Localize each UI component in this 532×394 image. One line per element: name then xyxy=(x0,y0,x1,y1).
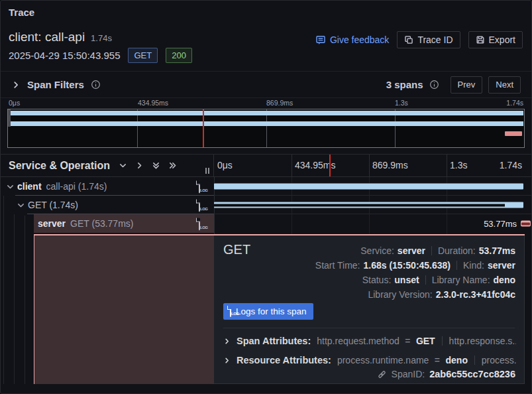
minimap-tick-labels: 0μs 434.95ms 869.9ms 1.3s 1.74s xyxy=(1,99,531,108)
resource-attributes-row[interactable]: Resource Attributes: process.runtime.nam… xyxy=(223,354,516,367)
span-row-client[interactable]: client call-api (1.74s) LOG xyxy=(1,177,531,196)
detail-span-title: GET xyxy=(223,242,250,257)
resource-attributes-label: Resource Attributes: xyxy=(237,355,331,365)
span-bar-client[interactable] xyxy=(214,184,523,190)
span-count: 3 spans xyxy=(386,79,423,90)
timeline-tick-label: 1.3s xyxy=(450,160,467,170)
chevron-right-icon xyxy=(11,80,21,90)
span-navigation: 3 spans Prev Next xyxy=(386,76,521,94)
span-id-row[interactable]: SpanID: 2ab6c55cc7cc8236 xyxy=(377,369,515,379)
chevron-down-icon[interactable] xyxy=(17,201,25,210)
service-label: Service: xyxy=(360,245,394,256)
trace-duration: 1.74s xyxy=(91,33,112,43)
panel-title: Trace xyxy=(9,7,34,18)
timeline-grid-header: Service & Operation 0μs 434.95ms xyxy=(1,154,531,177)
span-id-value: 2ab6c55cc7cc8236 xyxy=(429,369,515,379)
trace-name: client: call-api xyxy=(9,30,85,44)
library-version-value: 2.3.0-rc.3+41fc04c xyxy=(436,289,515,300)
chevron-down-icon[interactable] xyxy=(119,161,127,170)
span-rows: client call-api (1.74s) LOG GET (1.74s) xyxy=(1,177,531,234)
chevron-right-icon xyxy=(223,338,231,345)
span-row-get[interactable]: GET (1.74s) LOG xyxy=(1,196,531,214)
timeline-tick-line xyxy=(447,155,447,176)
double-chevron-down-icon[interactable] xyxy=(152,161,160,170)
status-code-badge: 200 xyxy=(166,48,192,63)
minimap-tick: 1.3s xyxy=(395,99,408,107)
save-icon xyxy=(476,35,485,44)
duration-label: Duration: xyxy=(438,245,476,256)
chevron-down-icon[interactable] xyxy=(6,182,15,191)
link-icon xyxy=(377,369,387,379)
library-name-value: deno xyxy=(494,275,515,285)
export-button[interactable]: Export xyxy=(468,31,523,48)
span-bar-get[interactable] xyxy=(214,202,523,208)
trace-title: client: call-api 1.74s xyxy=(9,30,112,44)
info-icon[interactable] xyxy=(429,80,439,90)
timeline-tick-line xyxy=(369,155,370,176)
trace-timestamp-row: 2025-04-29 15:50:43.955 GET 200 xyxy=(9,48,192,63)
double-chevron-right-icon[interactable] xyxy=(168,161,177,170)
attribute-value: GET xyxy=(416,336,435,346)
span-filters-title: Span Filters xyxy=(27,79,84,90)
attribute-truncated: process.... xyxy=(482,355,516,365)
logs-icon[interactable]: LOG xyxy=(199,219,211,229)
chevron-right-icon xyxy=(223,357,231,364)
span-operation: GET (1.74s) xyxy=(28,200,78,210)
trace-panel: Trace client: call-api 1.74s Give feedba… xyxy=(0,0,532,394)
divider xyxy=(223,328,515,328)
timeline-tick-label: 1.74s xyxy=(500,160,522,170)
library-name-label: Library Name: xyxy=(432,275,490,285)
copy-icon xyxy=(404,35,413,44)
service-value: server xyxy=(398,245,425,256)
tree-indent-guide xyxy=(25,216,25,384)
comment-icon xyxy=(315,34,326,45)
trace-id-button[interactable]: Trace ID xyxy=(397,31,460,48)
tree-indent-guide xyxy=(14,214,15,384)
span-attributes-row[interactable]: Span Attributes: http.request.method = G… xyxy=(223,334,516,348)
span-id-label: SpanID: xyxy=(392,369,425,379)
duration-value: 53.77ms xyxy=(479,245,515,256)
span-filters-toggle[interactable]: Span Filters xyxy=(11,79,101,90)
timeline-minimap[interactable] xyxy=(7,109,525,148)
span-detail-panel: GET Service: server Duration: 53.77ms St… xyxy=(214,235,525,384)
span-row-server[interactable]: server GET (53.77ms) LOG 53.77ms xyxy=(1,214,531,233)
attribute-truncated: http.response.s... xyxy=(449,336,516,346)
next-span-button[interactable]: Next xyxy=(488,76,521,94)
minimap-time-cursor xyxy=(203,109,204,147)
start-time-label: Start Time: xyxy=(315,260,360,271)
logs-for-span-button[interactable]: LOG Logs for this span xyxy=(223,303,313,320)
time-cursor xyxy=(329,155,331,176)
column-resize-handle[interactable] xyxy=(205,168,209,174)
trace-timestamp: 2025-04-29 15:50:43.955 xyxy=(9,50,120,61)
status-label: Status: xyxy=(362,275,392,285)
kind-value: server xyxy=(488,260,515,271)
span-attributes-label: Span Attributes: xyxy=(237,336,311,346)
minimap-drag-handle[interactable] xyxy=(8,109,11,127)
attribute-name: process.runtime.name xyxy=(337,355,429,365)
minimap-tick: 1.74s xyxy=(506,99,523,107)
span-bar-server[interactable] xyxy=(521,221,531,227)
minimap-tick: 869.9ms xyxy=(266,99,293,107)
span-operation: GET (53.77ms) xyxy=(70,218,133,229)
span-operation: call-api (1.74s) xyxy=(46,181,107,192)
timeline-tick-label: 869.9ms xyxy=(372,160,408,170)
timeline-tick-label: 0μs xyxy=(217,160,233,170)
minimap-span-bar-server xyxy=(505,131,522,136)
info-icon[interactable] xyxy=(91,80,101,90)
span-bar-children-stripe xyxy=(214,204,505,206)
span-service-name: server xyxy=(38,218,66,229)
give-feedback-link[interactable]: Give feedback xyxy=(315,34,390,45)
logs-icon: LOG xyxy=(230,306,231,316)
method-badge: GET xyxy=(128,48,158,63)
status-value: unset xyxy=(394,275,419,285)
start-time-value: 1.68s (15:50:45.638) xyxy=(363,260,451,271)
logs-icon[interactable]: LOG xyxy=(199,200,211,210)
logs-icon[interactable]: LOG xyxy=(199,182,211,192)
minimap-tick: 0μs xyxy=(9,99,20,107)
prev-span-button[interactable]: Prev xyxy=(451,76,483,94)
service-operation-header: Service & Operation xyxy=(1,155,214,176)
detail-meta: Service: server Duration: 53.77ms Start … xyxy=(315,243,515,302)
tree-indent-guide xyxy=(3,196,4,384)
chevron-right-icon[interactable] xyxy=(135,161,144,170)
attribute-value: deno xyxy=(446,355,468,365)
